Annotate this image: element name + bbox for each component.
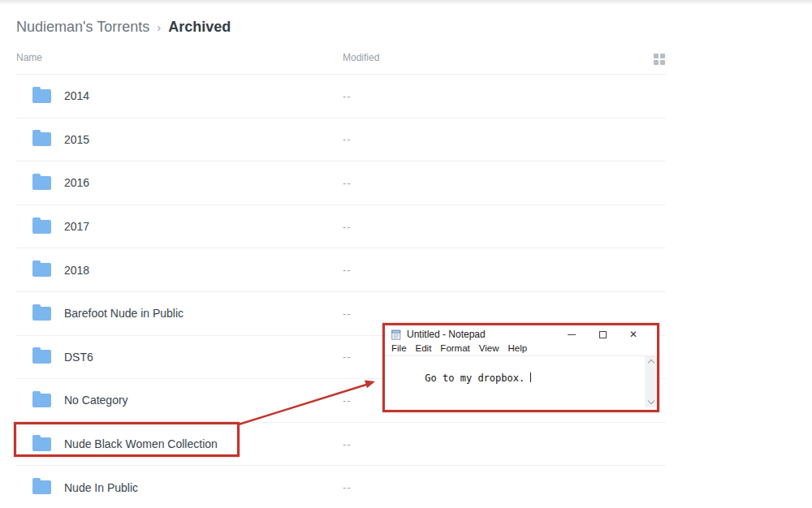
table-row[interactable]: 2014 --	[16, 75, 666, 118]
menu-item-help[interactable]: Help	[508, 343, 528, 353]
modified-value: --	[343, 90, 352, 102]
close-icon: ✕	[629, 329, 637, 339]
table-row[interactable]: 2017 --	[16, 205, 666, 249]
folder-name[interactable]: 2016	[64, 176, 89, 189]
menu-item-edit[interactable]: Edit	[416, 343, 432, 353]
menu-item-file[interactable]: File	[391, 343, 407, 353]
vertical-scrollbar[interactable]	[645, 356, 657, 407]
notepad-menu-bar: File Edit Format View Help	[385, 342, 657, 356]
table-row[interactable]: 2018 --	[16, 248, 666, 292]
folder-name[interactable]: DST6	[64, 351, 93, 364]
table-row[interactable]: 2015 --	[16, 118, 666, 162]
folder-icon	[32, 394, 51, 407]
folder-name[interactable]: Barefoot Nude in Public	[64, 307, 184, 320]
grid-view-button[interactable]	[653, 53, 666, 66]
modified-value: --	[343, 481, 352, 493]
folder-icon	[32, 263, 51, 277]
modified-value: --	[343, 133, 352, 145]
modified-value: --	[343, 177, 352, 189]
text-cursor	[530, 372, 531, 382]
folder-name[interactable]: 2018	[64, 264, 89, 277]
chevron-up-icon[interactable]	[647, 359, 654, 366]
window-title: Untitled - Notepad	[407, 329, 486, 340]
notepad-window: Untitled - Notepad ✕ File Edit Format Vi…	[382, 323, 659, 412]
chevron-down-icon[interactable]	[647, 398, 654, 404]
table-row[interactable]: 2016 --	[16, 161, 666, 205]
folder-name[interactable]: No Category	[64, 394, 128, 407]
grid-view-icon	[654, 54, 665, 65]
menu-item-format[interactable]: Format	[440, 343, 469, 353]
menu-item-view[interactable]: View	[479, 343, 499, 353]
column-header-name[interactable]: Name	[16, 52, 42, 63]
maximize-button[interactable]	[587, 328, 618, 341]
breadcrumb: Nudieman's Torrents › Archived	[16, 4, 666, 37]
notepad-title-bar[interactable]: Untitled - Notepad ✕	[385, 325, 657, 342]
annotation-highlight-box	[14, 422, 240, 457]
modified-value: --	[343, 264, 352, 276]
text-line: Go to my dropbox.	[425, 372, 525, 384]
folder-icon	[32, 307, 51, 321]
breadcrumb-current: Archived	[168, 17, 231, 37]
close-button[interactable]: ✕	[618, 328, 649, 341]
folder-name[interactable]: 2014	[64, 89, 89, 102]
minimize-icon	[568, 334, 576, 335]
table-row[interactable]: Nude In Public --	[16, 466, 666, 508]
folder-icon	[32, 132, 51, 146]
folder-icon	[32, 350, 51, 364]
folder-name[interactable]: 2017	[64, 220, 89, 233]
breadcrumb-separator-icon: ›	[157, 18, 161, 37]
page: Nudieman's Torrents › Archived Name Modi…	[0, 0, 812, 508]
window-controls: ✕	[556, 328, 649, 341]
folder-name[interactable]: 2015	[64, 133, 89, 146]
folder-name[interactable]: Nude In Public	[64, 481, 138, 494]
modified-value: --	[343, 394, 352, 407]
folder-icon	[32, 480, 51, 494]
notepad-icon	[391, 329, 402, 340]
modified-value: --	[343, 308, 352, 320]
folder-icon	[32, 220, 51, 234]
column-header-modified[interactable]: Modified	[343, 52, 379, 63]
modified-value: --	[343, 221, 352, 233]
maximize-icon	[599, 331, 607, 338]
modified-value: --	[343, 438, 352, 450]
minimize-button[interactable]	[556, 328, 587, 341]
modified-value: --	[343, 351, 352, 363]
notepad-text-area[interactable]: Go to my dropbox. https://rebrand.ly/nud…	[385, 356, 657, 407]
folder-icon	[32, 176, 51, 190]
folder-icon	[32, 89, 51, 103]
breadcrumb-parent-link[interactable]: Nudieman's Torrents	[16, 17, 149, 37]
column-header-row: Name Modified	[16, 37, 666, 75]
